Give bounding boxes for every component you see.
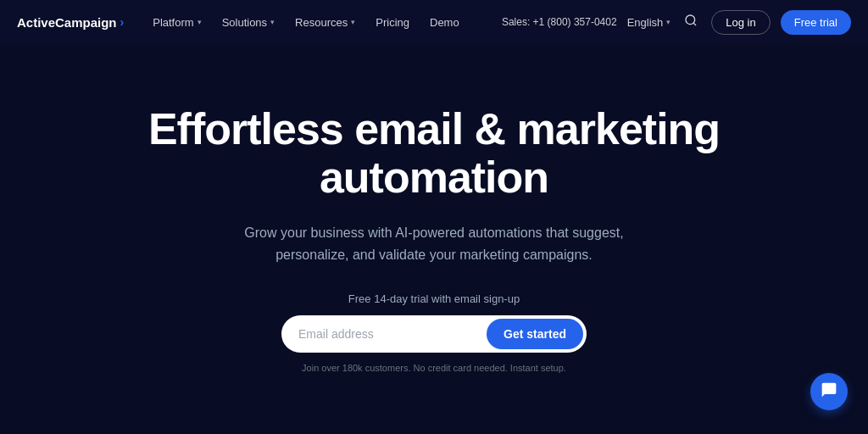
svg-point-0 <box>686 15 695 25</box>
chat-button[interactable] <box>810 373 848 410</box>
nav-right: Sales: +1 (800) 357-0402 English ▾ Log i… <box>502 10 851 35</box>
get-started-button[interactable]: Get started <box>487 319 583 349</box>
navbar: ActiveCampaign › Platform ▾ Solutions ▾ … <box>0 0 868 44</box>
email-input[interactable] <box>298 327 487 341</box>
hero-subtitle: Grow your business with AI-powered autom… <box>231 222 637 265</box>
hero-title: Effortless email & marketing automation <box>148 105 720 202</box>
svg-line-1 <box>693 23 696 25</box>
nav-item-demo[interactable]: Demo <box>421 11 468 34</box>
sales-number: Sales: +1 (800) 357-0402 <box>502 16 617 28</box>
nav-links: Platform ▾ Solutions ▾ Resources ▾ Prici… <box>144 11 502 34</box>
chevron-down-icon: ▾ <box>270 18 275 26</box>
nav-item-solutions[interactable]: Solutions ▾ <box>214 11 283 34</box>
nav-item-pricing[interactable]: Pricing <box>367 11 418 34</box>
logo[interactable]: ActiveCampaign › <box>17 15 124 30</box>
login-button[interactable]: Log in <box>711 10 770 35</box>
logo-text: ActiveCampaign <box>17 15 117 30</box>
nav-item-resources[interactable]: Resources ▾ <box>287 11 364 34</box>
chat-icon <box>821 381 837 403</box>
chevron-down-icon: ▾ <box>351 18 355 26</box>
disclaimer: Join over 180k customers. No credit card… <box>302 363 566 373</box>
chevron-down-icon: ▾ <box>666 18 670 26</box>
logo-arrow: › <box>120 15 125 29</box>
hero-section: Effortless email & marketing automation … <box>0 44 868 434</box>
email-form: Get started <box>281 315 587 353</box>
trial-label: Free 14-day trial with email sign-up <box>348 292 520 305</box>
chevron-down-icon: ▾ <box>198 18 202 26</box>
search-icon[interactable] <box>681 10 701 34</box>
free-trial-button[interactable]: Free trial <box>781 10 851 35</box>
language-selector[interactable]: English ▾ <box>627 16 671 29</box>
nav-item-platform[interactable]: Platform ▾ <box>144 11 209 34</box>
